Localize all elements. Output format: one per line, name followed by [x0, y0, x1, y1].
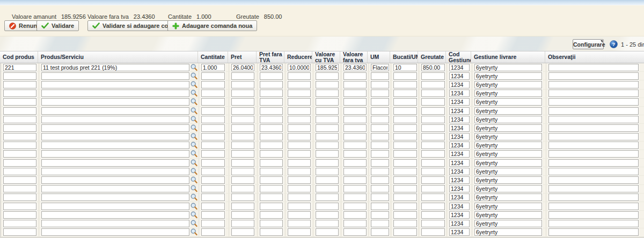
um-input[interactable]	[371, 64, 389, 71]
produs-serviciu-input[interactable]	[41, 72, 189, 80]
greutate-input[interactable]	[421, 211, 445, 219]
cod-gestiune-input[interactable]	[449, 185, 470, 192]
observatii-input[interactable]	[548, 98, 639, 106]
gestiune-livrare-input[interactable]	[474, 228, 542, 236]
gestiune-livrare-input[interactable]	[474, 168, 542, 175]
observatii-input[interactable]	[548, 124, 639, 132]
reducere-input[interactable]	[288, 203, 311, 210]
bucati-um-input[interactable]	[393, 159, 417, 167]
valoare-cu-tva-input[interactable]	[316, 90, 339, 97]
cantitate-input[interactable]	[201, 107, 225, 115]
um-input[interactable]	[371, 116, 389, 123]
pret-input[interactable]	[231, 98, 254, 106]
valoare-fara-tva-input[interactable]	[343, 176, 367, 184]
valoare-fara-tva-input[interactable]	[343, 220, 367, 227]
um-input[interactable]	[371, 142, 389, 149]
pret-input[interactable]	[231, 133, 254, 140]
gestiune-livrare-input[interactable]	[474, 211, 542, 219]
valoare-fara-tva-input[interactable]	[343, 81, 367, 88]
valoare-cu-tva-input[interactable]	[316, 185, 339, 192]
validare-button[interactable]: Validare	[36, 20, 79, 31]
greutate-input[interactable]	[421, 150, 445, 158]
configurare-button[interactable]: Configurare	[573, 39, 604, 49]
adaugare-comanda-button[interactable]: Adaugare comanda noua	[167, 20, 257, 31]
search-icon[interactable]	[191, 159, 197, 167]
reducere-input[interactable]	[288, 194, 311, 201]
pret-fara-tva-input[interactable]	[260, 81, 283, 88]
greutate-input[interactable]	[421, 81, 445, 88]
reducere-input[interactable]	[288, 116, 311, 123]
reducere-input[interactable]	[288, 176, 311, 184]
gestiune-livrare-input[interactable]	[474, 133, 542, 140]
cantitate-input[interactable]	[201, 150, 225, 158]
um-input[interactable]	[371, 107, 389, 115]
um-input[interactable]	[371, 150, 389, 158]
pret-fara-tva-input[interactable]	[260, 64, 283, 71]
observatii-input[interactable]	[548, 72, 639, 80]
um-input[interactable]	[371, 81, 389, 88]
cantitate-input[interactable]	[201, 228, 225, 236]
produs-serviciu-input[interactable]	[41, 133, 189, 140]
bucati-um-input[interactable]	[393, 150, 417, 158]
greutate-input[interactable]	[421, 159, 445, 167]
gestiune-livrare-input[interactable]	[474, 107, 542, 115]
cod-gestiune-input[interactable]	[449, 98, 470, 106]
search-icon[interactable]	[191, 116, 197, 123]
valoare-cu-tva-input[interactable]	[316, 116, 339, 123]
reducere-input[interactable]	[288, 133, 311, 140]
um-input[interactable]	[371, 124, 389, 132]
pret-input[interactable]	[231, 203, 254, 210]
cod-gestiune-input[interactable]	[449, 107, 470, 115]
reducere-input[interactable]	[288, 220, 311, 227]
produs-serviciu-input[interactable]	[41, 64, 189, 71]
pret-input[interactable]	[231, 159, 254, 167]
gestiune-livrare-input[interactable]	[474, 72, 542, 80]
bucati-um-input[interactable]	[393, 90, 417, 97]
valoare-fara-tva-input[interactable]	[343, 150, 367, 158]
cod-gestiune-input[interactable]	[449, 220, 470, 227]
cantitate-input[interactable]	[201, 168, 225, 175]
valoare-cu-tva-input[interactable]	[316, 98, 339, 106]
valoare-fara-tva-input[interactable]	[343, 168, 367, 175]
produs-serviciu-input[interactable]	[41, 150, 189, 158]
bucati-um-input[interactable]	[393, 98, 417, 106]
cod-produs-input[interactable]	[3, 194, 36, 201]
cod-produs-input[interactable]	[3, 176, 36, 184]
search-icon[interactable]	[191, 220, 197, 227]
valoare-fara-tva-input[interactable]	[343, 159, 367, 167]
greutate-input[interactable]	[421, 194, 445, 201]
cod-gestiune-input[interactable]	[449, 211, 470, 219]
reducere-input[interactable]	[288, 168, 311, 175]
greutate-input[interactable]	[421, 142, 445, 149]
um-input[interactable]	[371, 133, 389, 140]
pret-input[interactable]	[231, 220, 254, 227]
produs-serviciu-input[interactable]	[41, 159, 189, 167]
pret-fara-tva-input[interactable]	[260, 185, 283, 192]
um-input[interactable]	[371, 98, 389, 106]
valoare-cu-tva-input[interactable]	[316, 133, 339, 140]
pret-fara-tva-input[interactable]	[260, 107, 283, 115]
search-icon[interactable]	[191, 168, 197, 175]
produs-serviciu-input[interactable]	[41, 194, 189, 201]
cantitate-input[interactable]	[201, 98, 225, 106]
reducere-input[interactable]	[288, 185, 311, 192]
cod-produs-input[interactable]	[3, 116, 36, 123]
pret-input[interactable]	[231, 64, 254, 71]
pret-input[interactable]	[231, 116, 254, 123]
pret-input[interactable]	[231, 168, 254, 175]
reducere-input[interactable]	[288, 150, 311, 158]
cod-produs-input[interactable]	[3, 142, 36, 149]
pret-fara-tva-input[interactable]	[260, 124, 283, 132]
search-icon[interactable]	[191, 107, 197, 115]
search-icon[interactable]	[191, 72, 197, 80]
pret-fara-tva-input[interactable]	[260, 211, 283, 219]
produs-serviciu-input[interactable]	[41, 203, 189, 210]
pret-fara-tva-input[interactable]	[260, 116, 283, 123]
um-input[interactable]	[371, 194, 389, 201]
um-input[interactable]	[371, 90, 389, 97]
pret-input[interactable]	[231, 142, 254, 149]
search-icon[interactable]	[191, 203, 197, 210]
cod-gestiune-input[interactable]	[449, 81, 470, 88]
valoare-cu-tva-input[interactable]	[316, 142, 339, 149]
observatii-input[interactable]	[548, 185, 639, 192]
